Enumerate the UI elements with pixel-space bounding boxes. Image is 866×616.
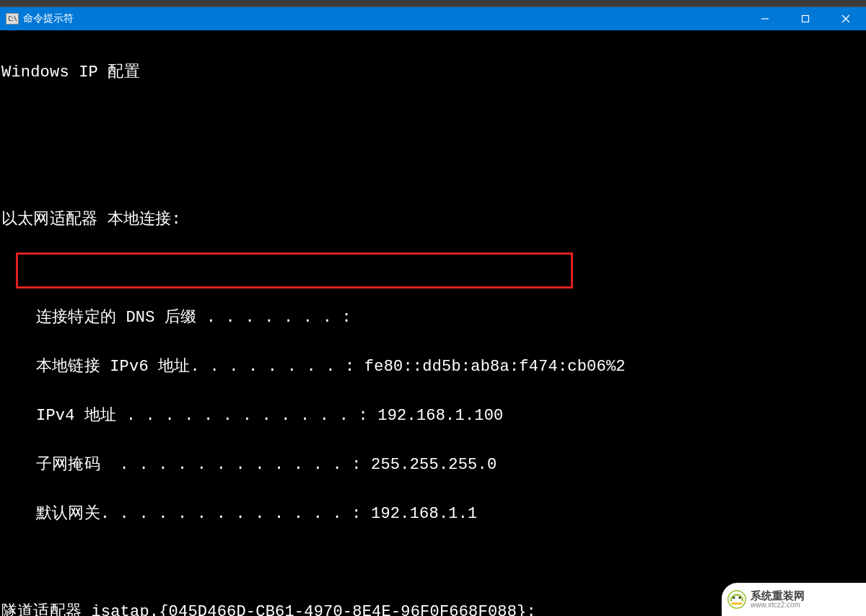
close-icon [841,14,850,23]
svg-rect-1 [802,16,809,22]
minimize-button[interactable] [745,7,785,30]
cmd-icon: C:\ [6,13,19,25]
ipv4-address-line: IPv4 地址 . . . . . . . . . . . . : 192.16… [1,404,865,428]
watermark-badge: 系统重装网 www.xtcz2.com [722,583,866,616]
ipv6-link-line: 本地链接 IPv6 地址. . . . . . . . : fe80::dd5b… [1,355,865,379]
blank-line [1,159,865,183]
dns-suffix-line: 连接特定的 DNS 后缀 . . . . . . . : [1,306,865,330]
maximize-icon [801,14,810,23]
subnet-mask-line: 子网掩码 . . . . . . . . . . . . : 255.255.2… [1,453,865,478]
adapter-ethernet-title: 以太网适配器 本地连接: [1,208,865,232]
window-title: 命令提示符 [23,12,745,25]
blank-line [1,257,865,281]
watermark-url: www.xtcz2.com [751,602,805,610]
watermark-title: 系统重装网 [751,590,805,602]
titlebar[interactable]: C:\ 命令提示符 [0,7,866,30]
close-button[interactable] [826,7,866,30]
blank-line [1,551,865,576]
default-gateway-line: 默认网关. . . . . . . . . . . . . : 192.168.… [1,502,865,527]
ip-config-header: Windows IP 配置 [1,61,865,85]
minimize-icon [761,14,769,23]
console-output[interactable]: Windows IP 配置 以太网适配器 本地连接: 连接特定的 DNS 后缀 … [0,30,866,616]
svg-point-5 [732,597,735,599]
maximize-button[interactable] [785,7,826,30]
watermark-logo-icon [727,590,746,609]
top-border [0,0,866,7]
window-controls [745,7,866,30]
svg-point-6 [738,597,740,599]
blank-line [1,110,865,134]
watermark-text: 系统重装网 www.xtcz2.com [751,590,805,609]
